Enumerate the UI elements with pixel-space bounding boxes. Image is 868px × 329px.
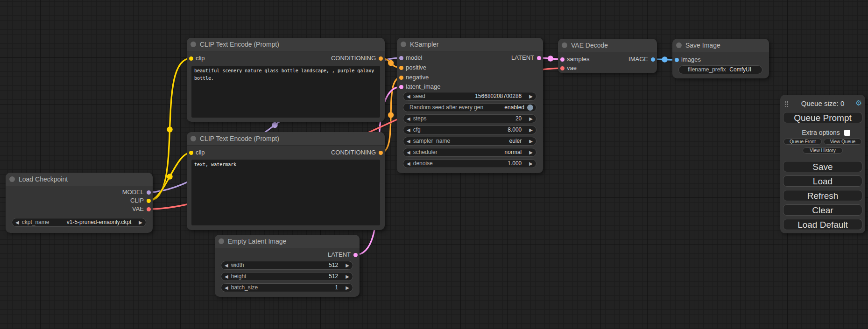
- link-midpoint-dot: [662, 56, 667, 62]
- refresh-button[interactable]: Refresh: [783, 190, 862, 201]
- extra-options-checkbox[interactable]: [844, 130, 850, 136]
- view-queue-button[interactable]: View Queue: [824, 139, 862, 145]
- link-midpoint-dot: [272, 122, 277, 128]
- link-midpoint-dot: [167, 174, 172, 179]
- queue-panel-header: Queue size: 0 ⚙: [780, 100, 865, 107]
- load-default-button[interactable]: Load Default: [783, 219, 862, 230]
- link-midpoint-dot: [548, 56, 553, 61]
- queue-panel: Queue size: 0 ⚙ Queue Prompt Extra optio…: [780, 95, 865, 233]
- queue-prompt-button[interactable]: Queue Prompt: [783, 112, 862, 123]
- link-midpoint-dot: [353, 136, 358, 141]
- link-midpoint-dot: [388, 112, 394, 118]
- clear-button[interactable]: Clear: [783, 204, 862, 216]
- link-midpoint-dot: [167, 126, 172, 132]
- extra-options-row: Extra options: [780, 129, 865, 136]
- queue-front-button[interactable]: Queue Front: [783, 139, 822, 145]
- link-layer: [0, 0, 868, 329]
- view-history-button[interactable]: View History: [803, 147, 842, 154]
- link-midpoint-dot: [388, 60, 394, 66]
- panel-drag-handle-icon[interactable]: [785, 101, 789, 107]
- extra-options-label: Extra options: [802, 129, 840, 136]
- queue-size-label: Queue size: 0: [780, 100, 865, 107]
- link-midpoint-dot: [375, 168, 381, 174]
- settings-gear-icon[interactable]: ⚙: [855, 99, 862, 107]
- load-button[interactable]: Load: [783, 175, 862, 187]
- comfyui-canvas[interactable]: { "queue_panel": { "queue_size_label": "…: [0, 0, 868, 329]
- save-button[interactable]: Save: [783, 161, 862, 172]
